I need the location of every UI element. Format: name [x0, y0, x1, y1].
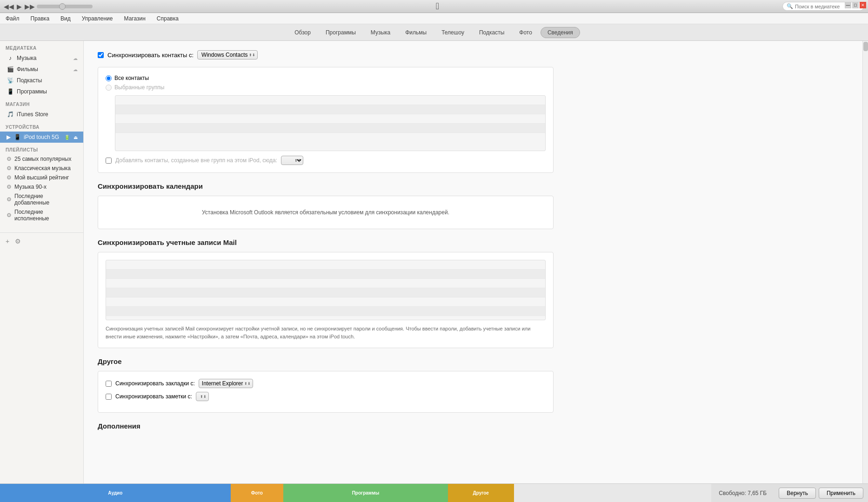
search-icon: 🔍: [787, 3, 793, 9]
podcasts-icon: 📡: [7, 77, 14, 84]
bookmarks-checkbox[interactable]: [106, 381, 112, 387]
add-playlist-icon[interactable]: +: [6, 238, 9, 245]
gear-icon-5: ⚙: [7, 196, 12, 203]
progress-thumb[interactable]: [59, 3, 66, 10]
sidebar-item-movies[interactable]: 🎬 Фильмы ☁: [0, 64, 83, 75]
selected-groups-option[interactable]: Выбранные группы: [106, 84, 546, 91]
notes-checkbox[interactable]: [106, 394, 112, 400]
notes-select-wrapper: [196, 392, 209, 401]
storage-bars: Аудио Фото Программы Другое: [0, 484, 711, 502]
battery-icon: 🔋: [64, 135, 70, 140]
playlist-top25[interactable]: ⚙ 25 самых популярных: [0, 154, 83, 164]
bookmarks-select-wrapper: Internet Explorer: [199, 379, 253, 388]
playlist-90s[interactable]: ⚙ Музыка 90-х: [0, 182, 83, 192]
music-icon: ♪: [7, 54, 14, 62]
store-section-title: МАГАЗИН: [0, 97, 83, 109]
tab-photos[interactable]: Фото: [513, 27, 539, 38]
playlist-recent-added[interactable]: ⚙ Последние добавленные: [0, 192, 83, 207]
contacts-source-select[interactable]: Windows Contacts: [197, 50, 258, 59]
menu-file[interactable]: Файл: [4, 14, 21, 23]
list-row: [115, 114, 545, 124]
main-layout: МЕДИАТЕКА ♪ Музыка ☁ 🎬 Фильмы ☁ 📡 Подкас…: [0, 41, 868, 483]
contacts-section: Синхронизировать контакты с: Windows Con…: [98, 50, 554, 173]
add-contacts-select[interactable]: [281, 156, 303, 165]
contacts-radio-group: Все контакты Выбранные группы: [106, 75, 546, 91]
sidebar-item-podcasts[interactable]: 📡 Подкасты: [0, 75, 83, 86]
device-label: iPod touch 5G: [24, 134, 61, 140]
close-button[interactable]: ✕: [860, 2, 866, 8]
titlebar-left: ◀◀ ▶ ▶▶: [4, 3, 93, 10]
apply-button[interactable]: Применить: [819, 488, 863, 499]
minimize-button[interactable]: —: [845, 2, 851, 8]
settings-icon[interactable]: ⚙: [15, 238, 21, 245]
itunes-store-label: iTunes Store: [17, 111, 78, 118]
transport-controls: ◀◀ ▶ ▶▶: [4, 3, 35, 10]
storage-free: Свободно: 7,65 ГБ: [711, 484, 774, 502]
all-contacts-option[interactable]: Все контакты: [106, 75, 546, 81]
calendars-title: Синхронизировать календари: [98, 182, 554, 190]
apps-segment: Программы: [283, 484, 448, 502]
photo-segment: Фото: [231, 484, 283, 502]
contacts-box: Все контакты Выбранные группы: [98, 67, 554, 173]
scroll-thumb[interactable]: [863, 42, 868, 51]
tab-tvshows[interactable]: Телешоу: [435, 27, 471, 38]
gear-icon-4: ⚙: [7, 184, 12, 190]
bottom-actions: Вернуть Применить: [774, 484, 868, 502]
prev-button[interactable]: ◀◀: [4, 3, 14, 10]
playlist-classical[interactable]: ⚙ Классическая музыка: [0, 164, 83, 173]
tab-movies[interactable]: Фильмы: [399, 27, 433, 38]
menu-manage[interactable]: Управление: [80, 14, 115, 23]
tab-apps[interactable]: Программы: [319, 27, 362, 38]
content-inner: Синхронизировать контакты с: Windows Con…: [98, 50, 554, 430]
apps-icon: 📱: [7, 88, 14, 95]
tab-music[interactable]: Музыка: [364, 27, 397, 38]
playlist-recent-played[interactable]: ⚙ Последние исполненные: [0, 207, 83, 223]
sidebar-item-itunes-store[interactable]: 🎵 iTunes Store: [0, 109, 83, 120]
movies-icon: 🎬: [7, 66, 14, 73]
eject-button[interactable]: ⏏: [73, 135, 78, 140]
bottom-bar: Аудио Фото Программы Другое Свободно: 7,…: [0, 483, 868, 502]
list-row: [115, 124, 545, 133]
nav-tabs: Обзор Программы Музыка Фильмы Телешоу По…: [0, 24, 868, 41]
revert-button[interactable]: Вернуть: [779, 488, 816, 499]
contacts-groups-list: [115, 95, 546, 151]
sidebar: МЕДИАТЕКА ♪ Музыка ☁ 🎬 Фильмы ☁ 📡 Подкас…: [0, 41, 84, 483]
other-label: Другое: [473, 490, 489, 495]
contacts-source-wrapper: Windows Contacts: [197, 50, 258, 59]
menu-help[interactable]: Справка: [155, 14, 180, 23]
playlist-top-rating[interactable]: ⚙ Мой высший рейтинг: [0, 173, 83, 182]
selected-groups-radio[interactable]: [106, 85, 112, 91]
tab-overview[interactable]: Обзор: [288, 27, 317, 38]
tab-info[interactable]: Сведения: [541, 27, 580, 38]
add-contacts-checkbox[interactable]: [106, 158, 112, 164]
menu-store[interactable]: Магазин: [122, 14, 147, 23]
podcasts-label: Подкасты: [17, 77, 78, 84]
tab-podcasts[interactable]: Подкасты: [473, 27, 511, 38]
bookmarks-select[interactable]: Internet Explorer: [199, 379, 253, 388]
contacts-header: Синхронизировать контакты с: Windows Con…: [98, 50, 554, 59]
notes-select[interactable]: [196, 392, 209, 401]
addons-title: Дополнения: [98, 422, 554, 430]
next-button[interactable]: ▶▶: [25, 3, 35, 10]
sync-contacts-checkbox[interactable]: [98, 52, 104, 58]
play-button[interactable]: ▶: [17, 3, 22, 10]
itunes-store-icon: 🎵: [7, 111, 14, 118]
list-row: [115, 96, 545, 105]
bookmarks-row: Синхронизировать закладки с: Internet Ex…: [106, 379, 546, 388]
all-contacts-radio[interactable]: [106, 75, 112, 81]
sidebar-item-apps[interactable]: 📱 Программы: [0, 86, 83, 97]
notes-label: Синхронизировать заметки с:: [115, 393, 192, 400]
sidebar-item-music[interactable]: ♪ Музыка ☁: [0, 53, 83, 64]
maximize-button[interactable]: □: [852, 2, 859, 8]
mail-note: Синхронизация учетных записей Mail синхр…: [106, 325, 546, 340]
add-contacts-label: Добавлять контакты, созданные вне групп …: [115, 157, 277, 164]
photo-label: Фото: [251, 490, 263, 495]
list-row: [106, 279, 545, 288]
progress-bar[interactable]: [37, 5, 93, 8]
menu-edit[interactable]: Правка: [29, 14, 52, 23]
audio-label: Аудио: [108, 490, 122, 495]
sidebar-item-device[interactable]: ▶ 📱 iPod touch 5G 🔋 ⏏: [0, 132, 83, 143]
menu-view[interactable]: Вид: [59, 14, 73, 23]
scrollbar[interactable]: [862, 41, 868, 483]
playlists-section-title: ПЛЕЙЛИСТЫ: [0, 143, 83, 154]
